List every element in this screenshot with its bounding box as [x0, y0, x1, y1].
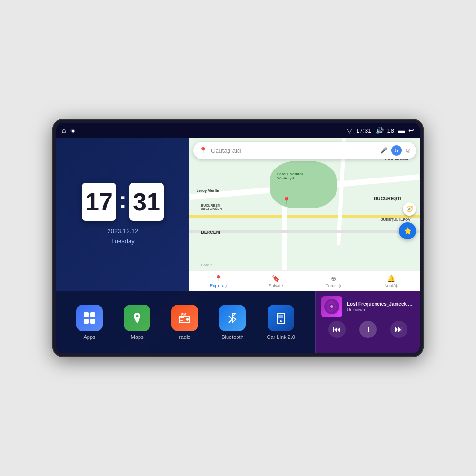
map-nav-news[interactable]: 🔔 Noutăți	[362, 275, 420, 288]
clock-date: 2023.12.12 Tuesday	[107, 227, 138, 247]
bottom-section: Apps Maps	[56, 291, 420, 353]
map-label-parc: Parcul NaturalVăcărești	[277, 172, 303, 180]
svg-rect-1	[90, 312, 95, 317]
map-background: TRAPEZULUI BUCUREȘTI JUDEȚUL ILFOV BERCE…	[189, 138, 420, 291]
mic-icon[interactable]: 🎤	[380, 147, 387, 154]
map-nav-saved[interactable]: 🔖 Salvate	[247, 275, 305, 288]
carlink-label: Car Link 2.0	[267, 334, 295, 340]
svg-point-5	[186, 318, 189, 321]
carlink-icon	[268, 305, 294, 331]
music-info: Lost Frequencies_Janieck Devy-... Unknow…	[321, 296, 414, 317]
map-search-placeholder[interactable]: Căutați aici	[211, 147, 377, 154]
radio-icon: FM	[171, 305, 198, 331]
clock-hours: 17	[82, 183, 116, 221]
volume-icon: 🔊	[376, 127, 384, 134]
music-controls: ⏮ ⏸ ⏭	[321, 321, 414, 338]
prev-button[interactable]: ⏮	[328, 321, 346, 338]
user-avatar[interactable]: G	[391, 145, 402, 156]
app-bluetooth[interactable]: Bluetooth	[219, 305, 246, 340]
home-icon[interactable]: ⌂	[62, 127, 66, 134]
svg-rect-0	[84, 312, 89, 317]
album-art	[321, 296, 342, 317]
map-widget[interactable]: TRAPEZULUI BUCUREȘTI JUDEȚUL ILFOV BERCE…	[189, 138, 420, 291]
top-section: 17 : 31 2023.12.12 Tuesday	[56, 138, 420, 291]
next-button[interactable]: ⏭	[390, 321, 407, 338]
battery-icon: ▬	[398, 127, 405, 134]
app-radio[interactable]: FM radio	[171, 305, 198, 340]
explore-icon: 📍	[214, 275, 222, 282]
app-maps[interactable]: Maps	[124, 305, 150, 340]
clock-widget: 17 : 31 2023.12.12 Tuesday	[56, 138, 189, 291]
app-apps[interactable]: Apps	[76, 305, 103, 340]
send-icon: ⊕	[331, 275, 337, 282]
map-label-ilfov: JUDEȚUL ILFOV	[381, 218, 411, 222]
map-nav-send[interactable]: ⊕ Trimiteți	[305, 275, 362, 288]
apps-label: Apps	[84, 334, 96, 340]
map-label-google: Google	[201, 263, 212, 267]
svg-text:FM: FM	[181, 313, 186, 316]
status-bar: ⌂ ◈ ▽ 17:31 🔊 18 ▬ ↩	[56, 123, 420, 138]
back-icon[interactable]: ↩	[408, 127, 414, 134]
device-screen: ⌂ ◈ ▽ 17:31 🔊 18 ▬ ↩ 17 :	[56, 123, 420, 353]
music-title: Lost Frequencies_Janieck Devy-...	[347, 301, 414, 307]
map-bottom-bar: 📍 Explorați 🔖 Salvate ⊕ Trimiteți 🔔	[189, 270, 420, 291]
map-label-sector4: BUCUREȘTISECTORUL 4	[201, 204, 222, 210]
apps-icon	[76, 305, 103, 331]
device-frame: ⌂ ◈ ▽ 17:31 🔊 18 ▬ ↩ 17 :	[52, 119, 424, 357]
main-area: 17 : 31 2023.12.12 Tuesday	[56, 138, 420, 353]
music-player: Lost Frequencies_Janieck Devy-... Unknow…	[315, 291, 420, 353]
map-pin: 📍	[282, 196, 291, 205]
news-label: Noutăți	[384, 283, 398, 288]
maps-label: Maps	[131, 334, 144, 340]
maps-logo-icon: 📍	[199, 147, 207, 154]
svg-rect-8	[278, 315, 283, 318]
map-nav-explore[interactable]: 📍 Explorați	[189, 275, 247, 288]
saved-label: Salvate	[268, 283, 283, 288]
news-icon: 🔔	[387, 275, 395, 282]
play-pause-button[interactable]: ⏸	[359, 321, 377, 338]
day-value: Tuesday	[107, 237, 138, 247]
battery-level: 18	[387, 127, 394, 134]
app-carlink[interactable]: Car Link 2.0	[267, 305, 295, 340]
bluetooth-label: Bluetooth	[221, 334, 243, 340]
apps-bar: Apps Maps	[56, 291, 315, 353]
map-label-leroy: Leroy Merlin	[197, 188, 219, 193]
svg-point-12	[330, 305, 333, 308]
clock-minutes: 31	[129, 183, 164, 221]
flip-clock: 17 : 31	[82, 183, 164, 221]
map-settings-icon[interactable]: ◎	[406, 147, 410, 154]
map-search-bar[interactable]: 📍 Căutați aici 🎤 G ◎	[193, 142, 416, 159]
music-text: Lost Frequencies_Janieck Devy-... Unknow…	[347, 301, 414, 312]
send-label: Trimiteți	[326, 283, 341, 288]
explore-label: Explorați	[210, 283, 227, 288]
clock-colon: :	[119, 187, 127, 213]
map-compass-button[interactable]: 🧭	[403, 202, 416, 216]
maps-icon	[124, 305, 150, 331]
music-artist: Unknown	[347, 307, 414, 312]
radio-label: radio	[179, 334, 190, 340]
map-label-bucuresti: BUCUREȘTI	[374, 196, 401, 201]
map-label-berceni: BERCENI	[201, 230, 220, 235]
date-value: 2023.12.12	[107, 227, 138, 237]
svg-rect-3	[90, 319, 95, 324]
status-time: 17:31	[356, 127, 372, 134]
signal-icon: ▽	[347, 127, 352, 134]
nav-icon[interactable]: ◈	[70, 127, 76, 134]
map-navigate-button[interactable]: ⭐	[399, 222, 416, 239]
bluetooth-icon	[219, 305, 246, 331]
svg-point-9	[280, 320, 282, 322]
saved-icon: 🔖	[272, 275, 280, 282]
svg-rect-2	[84, 319, 89, 324]
